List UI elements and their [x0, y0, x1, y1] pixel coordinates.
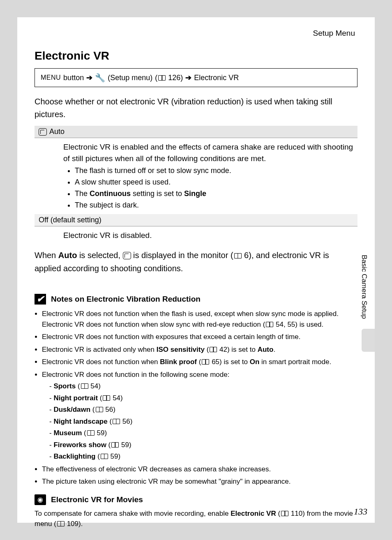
breadcrumb-ref: ( 126) — [155, 74, 183, 82]
page-number: 133 — [354, 506, 367, 517]
option-auto-desc: Electronic VR is enabled and the effects… — [63, 143, 353, 163]
manual-page: Setup Menu Electronic VR MENU button ➔ 🔧… — [17, 17, 375, 523]
breadcrumb-target: Electronic VR — [194, 74, 239, 82]
book-icon — [57, 521, 65, 526]
book-icon — [266, 322, 273, 327]
arrow-icon: ➔ — [86, 73, 92, 82]
wrench-icon: 🔧 — [95, 73, 105, 83]
list-item: Night landscape ( 56) — [49, 416, 357, 427]
movie-icon: ◉ — [35, 494, 46, 505]
side-tab-label: Basic Camera Setup — [360, 252, 368, 325]
option-off-desc: Electronic VR is disabled. — [63, 231, 152, 240]
book-icon — [103, 395, 110, 401]
book-icon — [81, 383, 88, 389]
vr-icon — [123, 252, 131, 259]
arrow-icon: ➔ — [185, 73, 191, 82]
book-icon — [111, 442, 119, 448]
page-title: Electronic VR — [35, 49, 357, 62]
list-item: The effectiveness of electronic VR decre… — [42, 464, 357, 475]
menu-label: MENU — [41, 74, 61, 81]
list-item: Electronic VR does not function in the f… — [42, 369, 357, 462]
book-icon — [281, 511, 288, 516]
list-item: Dusk/dawn ( 56) — [49, 404, 357, 415]
option-auto-label: Auto — [49, 127, 65, 136]
list-item: A slow shutter speed is used. — [75, 176, 354, 188]
notes-list: Electronic VR does not function when the… — [35, 309, 357, 487]
book-icon — [101, 454, 108, 459]
list-item: Electronic VR does not function when the… — [42, 309, 357, 330]
option-off-header: Off (default setting) — [35, 214, 357, 226]
notes-title: Notes on Electronic Vibration Reduction — [51, 295, 201, 304]
vr-icon — [39, 128, 47, 136]
breadcrumb-text: (Setup menu) — [108, 74, 152, 82]
list-item: The picture taken using electronic VR ma… — [42, 476, 357, 487]
movies-text: To compensate for camera shake with movi… — [35, 508, 357, 529]
option-auto-conditions: The flash is turned off or set to slow s… — [63, 165, 354, 211]
list-item: Museum ( 59) — [49, 428, 357, 438]
list-item: The Continuous setting is set to Single — [75, 188, 354, 199]
option-auto-body: Electronic VR is enabled and the effects… — [35, 138, 357, 214]
movies-title: Electronic VR for Movies — [51, 495, 143, 504]
book-icon — [234, 253, 242, 258]
list-item: Electronic VR is activated only when ISO… — [42, 344, 357, 355]
list-item: Electronic VR does not function when Bli… — [42, 357, 357, 367]
book-icon — [158, 75, 166, 81]
scene-modes-list: Sports ( 54)Night portrait ( 54)Dusk/daw… — [42, 381, 357, 462]
after-table-text: When Auto is selected, is displayed in t… — [35, 249, 357, 275]
section-header: Setup Menu — [35, 29, 357, 38]
list-item: Night portrait ( 54) — [49, 393, 357, 404]
book-icon — [202, 359, 209, 365]
list-item: Electronic VR does not function with exp… — [42, 332, 357, 342]
list-item: The flash is turned off or set to slow s… — [75, 165, 354, 176]
book-icon — [87, 430, 95, 436]
breadcrumb-text: button — [63, 74, 84, 82]
option-off-body: Electronic VR is disabled. — [35, 226, 357, 245]
option-off-label: Off (default setting) — [39, 216, 101, 224]
book-icon — [113, 419, 120, 424]
intro-text: Choose whether or not electronic VR (vib… — [35, 95, 357, 121]
list-item: Fireworks show ( 59) — [49, 440, 357, 450]
book-icon — [210, 347, 217, 352]
book-icon — [96, 407, 103, 412]
list-item: Backlighting ( 59) — [49, 451, 357, 462]
breadcrumb: MENU button ➔ 🔧 (Setup menu) ( 126) ➔ El… — [35, 68, 357, 87]
check-icon: ✔ — [35, 294, 46, 305]
list-item: The subject is dark. — [75, 199, 354, 211]
side-tab-indicator — [362, 329, 375, 352]
option-auto-header: Auto — [35, 126, 357, 138]
list-item: Sports ( 54) — [49, 381, 357, 392]
movies-heading: ◉ Electronic VR for Movies — [35, 494, 357, 505]
notes-heading: ✔ Notes on Electronic Vibration Reductio… — [35, 294, 357, 305]
